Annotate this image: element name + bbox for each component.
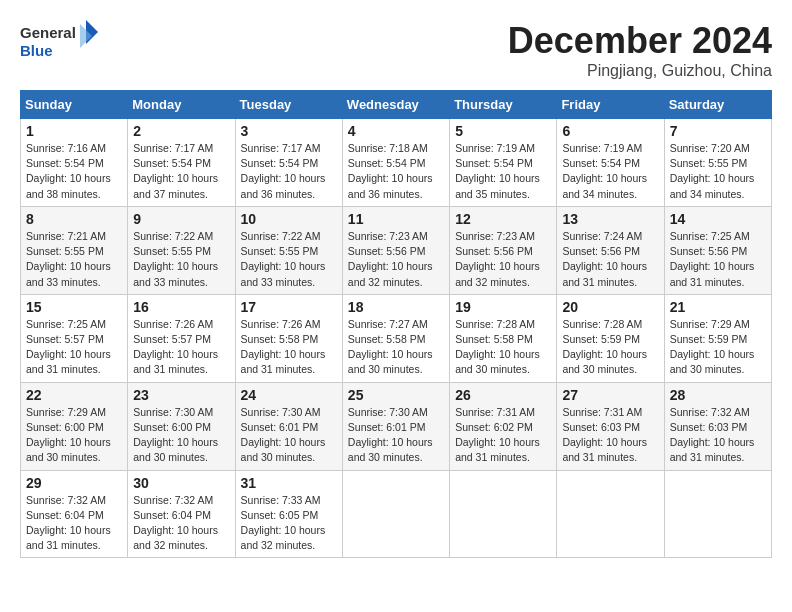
day-number: 8 — [26, 211, 122, 227]
logo: General Blue — [20, 20, 100, 65]
calendar-cell: 7 Sunrise: 7:20 AM Sunset: 5:55 PM Dayli… — [664, 119, 771, 207]
calendar-cell: 19 Sunrise: 7:28 AM Sunset: 5:58 PM Dayl… — [450, 294, 557, 382]
calendar-cell: 8 Sunrise: 7:21 AM Sunset: 5:55 PM Dayli… — [21, 206, 128, 294]
title-section: December 2024 Pingjiang, Guizhou, China — [508, 20, 772, 80]
day-number: 23 — [133, 387, 229, 403]
day-info: Sunrise: 7:32 AM Sunset: 6:03 PM Dayligh… — [670, 405, 766, 466]
day-info: Sunrise: 7:30 AM Sunset: 6:01 PM Dayligh… — [241, 405, 337, 466]
month-title: December 2024 — [508, 20, 772, 62]
day-number: 20 — [562, 299, 658, 315]
calendar-cell: 27 Sunrise: 7:31 AM Sunset: 6:03 PM Dayl… — [557, 382, 664, 470]
calendar-cell: 18 Sunrise: 7:27 AM Sunset: 5:58 PM Dayl… — [342, 294, 449, 382]
day-info: Sunrise: 7:32 AM Sunset: 6:04 PM Dayligh… — [26, 493, 122, 554]
day-number: 18 — [348, 299, 444, 315]
calendar-header-row: Sunday Monday Tuesday Wednesday Thursday… — [21, 91, 772, 119]
calendar-cell: 25 Sunrise: 7:30 AM Sunset: 6:01 PM Dayl… — [342, 382, 449, 470]
day-info: Sunrise: 7:30 AM Sunset: 6:01 PM Dayligh… — [348, 405, 444, 466]
header-friday: Friday — [557, 91, 664, 119]
day-number: 21 — [670, 299, 766, 315]
day-number: 6 — [562, 123, 658, 139]
day-number: 11 — [348, 211, 444, 227]
day-number: 15 — [26, 299, 122, 315]
calendar-cell: 22 Sunrise: 7:29 AM Sunset: 6:00 PM Dayl… — [21, 382, 128, 470]
day-info: Sunrise: 7:21 AM Sunset: 5:55 PM Dayligh… — [26, 229, 122, 290]
svg-text:General: General — [20, 24, 76, 41]
day-number: 26 — [455, 387, 551, 403]
calendar-cell: 17 Sunrise: 7:26 AM Sunset: 5:58 PM Dayl… — [235, 294, 342, 382]
header-wednesday: Wednesday — [342, 91, 449, 119]
calendar-week-row: 8 Sunrise: 7:21 AM Sunset: 5:55 PM Dayli… — [21, 206, 772, 294]
day-info: Sunrise: 7:29 AM Sunset: 5:59 PM Dayligh… — [670, 317, 766, 378]
calendar-cell: 29 Sunrise: 7:32 AM Sunset: 6:04 PM Dayl… — [21, 470, 128, 558]
day-number: 7 — [670, 123, 766, 139]
day-info: Sunrise: 7:23 AM Sunset: 5:56 PM Dayligh… — [348, 229, 444, 290]
day-number: 28 — [670, 387, 766, 403]
day-info: Sunrise: 7:26 AM Sunset: 5:57 PM Dayligh… — [133, 317, 229, 378]
day-info: Sunrise: 7:18 AM Sunset: 5:54 PM Dayligh… — [348, 141, 444, 202]
location-title: Pingjiang, Guizhou, China — [508, 62, 772, 80]
day-info: Sunrise: 7:28 AM Sunset: 5:59 PM Dayligh… — [562, 317, 658, 378]
day-info: Sunrise: 7:28 AM Sunset: 5:58 PM Dayligh… — [455, 317, 551, 378]
day-number: 22 — [26, 387, 122, 403]
calendar-cell: 3 Sunrise: 7:17 AM Sunset: 5:54 PM Dayli… — [235, 119, 342, 207]
day-info: Sunrise: 7:17 AM Sunset: 5:54 PM Dayligh… — [241, 141, 337, 202]
calendar-cell: 26 Sunrise: 7:31 AM Sunset: 6:02 PM Dayl… — [450, 382, 557, 470]
day-number: 3 — [241, 123, 337, 139]
calendar-cell: 4 Sunrise: 7:18 AM Sunset: 5:54 PM Dayli… — [342, 119, 449, 207]
calendar-cell: 30 Sunrise: 7:32 AM Sunset: 6:04 PM Dayl… — [128, 470, 235, 558]
header-sunday: Sunday — [21, 91, 128, 119]
calendar-cell: 1 Sunrise: 7:16 AM Sunset: 5:54 PM Dayli… — [21, 119, 128, 207]
day-info: Sunrise: 7:19 AM Sunset: 5:54 PM Dayligh… — [562, 141, 658, 202]
day-number: 30 — [133, 475, 229, 491]
day-info: Sunrise: 7:25 AM Sunset: 5:56 PM Dayligh… — [670, 229, 766, 290]
header-section: General Blue December 2024 Pingjiang, Gu… — [20, 20, 772, 80]
calendar-cell — [557, 470, 664, 558]
calendar-week-row: 15 Sunrise: 7:25 AM Sunset: 5:57 PM Dayl… — [21, 294, 772, 382]
calendar-table: Sunday Monday Tuesday Wednesday Thursday… — [20, 90, 772, 558]
calendar-cell: 20 Sunrise: 7:28 AM Sunset: 5:59 PM Dayl… — [557, 294, 664, 382]
day-number: 9 — [133, 211, 229, 227]
calendar-cell: 14 Sunrise: 7:25 AM Sunset: 5:56 PM Dayl… — [664, 206, 771, 294]
calendar-cell: 21 Sunrise: 7:29 AM Sunset: 5:59 PM Dayl… — [664, 294, 771, 382]
day-number: 16 — [133, 299, 229, 315]
day-info: Sunrise: 7:19 AM Sunset: 5:54 PM Dayligh… — [455, 141, 551, 202]
calendar-cell: 2 Sunrise: 7:17 AM Sunset: 5:54 PM Dayli… — [128, 119, 235, 207]
day-number: 10 — [241, 211, 337, 227]
calendar-cell: 23 Sunrise: 7:30 AM Sunset: 6:00 PM Dayl… — [128, 382, 235, 470]
day-number: 31 — [241, 475, 337, 491]
day-number: 5 — [455, 123, 551, 139]
header-monday: Monday — [128, 91, 235, 119]
day-number: 19 — [455, 299, 551, 315]
svg-text:Blue: Blue — [20, 42, 53, 59]
day-number: 25 — [348, 387, 444, 403]
calendar-cell: 16 Sunrise: 7:26 AM Sunset: 5:57 PM Dayl… — [128, 294, 235, 382]
calendar-cell: 15 Sunrise: 7:25 AM Sunset: 5:57 PM Dayl… — [21, 294, 128, 382]
calendar-cell: 10 Sunrise: 7:22 AM Sunset: 5:55 PM Dayl… — [235, 206, 342, 294]
header-saturday: Saturday — [664, 91, 771, 119]
day-info: Sunrise: 7:17 AM Sunset: 5:54 PM Dayligh… — [133, 141, 229, 202]
calendar-cell: 28 Sunrise: 7:32 AM Sunset: 6:03 PM Dayl… — [664, 382, 771, 470]
calendar-week-row: 22 Sunrise: 7:29 AM Sunset: 6:00 PM Dayl… — [21, 382, 772, 470]
day-info: Sunrise: 7:24 AM Sunset: 5:56 PM Dayligh… — [562, 229, 658, 290]
calendar-cell: 11 Sunrise: 7:23 AM Sunset: 5:56 PM Dayl… — [342, 206, 449, 294]
day-number: 2 — [133, 123, 229, 139]
calendar-cell: 24 Sunrise: 7:30 AM Sunset: 6:01 PM Dayl… — [235, 382, 342, 470]
day-number: 13 — [562, 211, 658, 227]
calendar-cell: 13 Sunrise: 7:24 AM Sunset: 5:56 PM Dayl… — [557, 206, 664, 294]
day-info: Sunrise: 7:29 AM Sunset: 6:00 PM Dayligh… — [26, 405, 122, 466]
calendar-cell: 9 Sunrise: 7:22 AM Sunset: 5:55 PM Dayli… — [128, 206, 235, 294]
day-number: 4 — [348, 123, 444, 139]
day-info: Sunrise: 7:26 AM Sunset: 5:58 PM Dayligh… — [241, 317, 337, 378]
day-number: 12 — [455, 211, 551, 227]
day-info: Sunrise: 7:30 AM Sunset: 6:00 PM Dayligh… — [133, 405, 229, 466]
day-info: Sunrise: 7:27 AM Sunset: 5:58 PM Dayligh… — [348, 317, 444, 378]
calendar-cell: 12 Sunrise: 7:23 AM Sunset: 5:56 PM Dayl… — [450, 206, 557, 294]
calendar-cell — [450, 470, 557, 558]
calendar-cell — [342, 470, 449, 558]
day-info: Sunrise: 7:22 AM Sunset: 5:55 PM Dayligh… — [241, 229, 337, 290]
day-info: Sunrise: 7:33 AM Sunset: 6:05 PM Dayligh… — [241, 493, 337, 554]
calendar-cell: 31 Sunrise: 7:33 AM Sunset: 6:05 PM Dayl… — [235, 470, 342, 558]
day-info: Sunrise: 7:23 AM Sunset: 5:56 PM Dayligh… — [455, 229, 551, 290]
day-info: Sunrise: 7:25 AM Sunset: 5:57 PM Dayligh… — [26, 317, 122, 378]
day-info: Sunrise: 7:22 AM Sunset: 5:55 PM Dayligh… — [133, 229, 229, 290]
